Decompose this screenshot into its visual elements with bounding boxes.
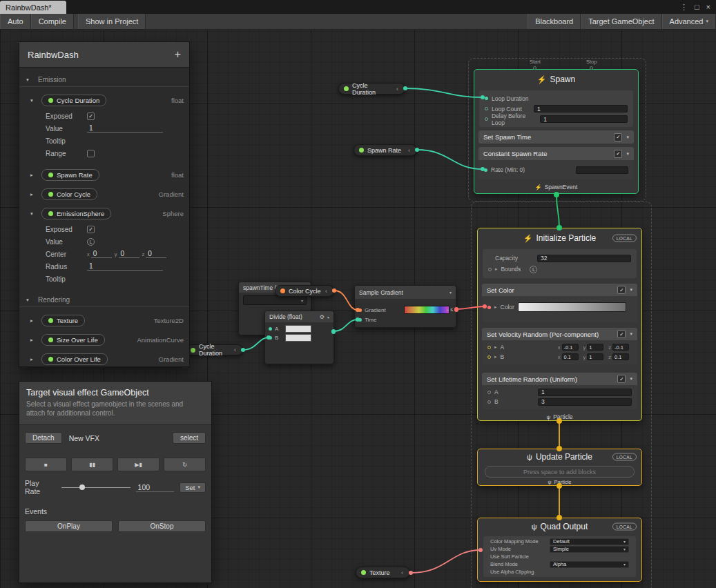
spawn-node[interactable]: Start Stop ⚡ Spawn Loop Duration Loop Co…	[474, 69, 639, 194]
collapse-icon[interactable]: ‹	[396, 86, 398, 92]
param-spawn-rate[interactable]: Spawn Rate ‹	[354, 144, 417, 156]
play-rate-slider[interactable]	[61, 484, 130, 491]
block-enabled-checkbox[interactable]: ✓	[614, 150, 622, 158]
exposed-row[interactable]: Exposed ✓	[19, 110, 189, 122]
chevron-down-icon[interactable]: ▾	[30, 210, 37, 217]
step-button[interactable]: ▶▮	[117, 458, 159, 471]
divide-b-field[interactable]	[285, 334, 311, 342]
chevron-down-icon[interactable]: ▾	[26, 297, 33, 303]
chevron-right-icon[interactable]: ▸	[30, 337, 37, 343]
loop-duration-port-dot[interactable]	[485, 97, 488, 100]
vfx-name-field[interactable]: New VFX	[69, 434, 99, 442]
blackboard-panel[interactable]: RainbwDash + ▾ Emission ▾ Cycle Duration…	[19, 41, 190, 367]
lifetime-a-field[interactable]: 1	[538, 389, 632, 396]
gradient-input-row[interactable]: Gradient	[355, 304, 456, 315]
spawn-time-dropdown[interactable]: ▾	[243, 295, 307, 305]
block-enabled-checkbox[interactable]: ✓	[617, 286, 626, 294]
bounds-row[interactable]: ▸ Bounds L	[483, 264, 637, 275]
vel-b-y-field[interactable]: 1	[587, 353, 603, 360]
lifetime-b-field[interactable]: 3	[538, 398, 632, 406]
loop-duration-row[interactable]: Loop Duration	[479, 93, 633, 104]
capacity-row[interactable]: Capacity 32	[483, 253, 637, 264]
advanced-menu-button[interactable]: Advanced ▾	[662, 14, 716, 29]
set-lifetime-block[interactable]: Set Lifetime Random (Uniform) ✓ ▾ A 1 B …	[482, 373, 637, 409]
rate-row[interactable]: Rate (Min: 0)	[478, 160, 634, 179]
chevron-down-icon[interactable]: ▾	[630, 376, 632, 382]
sample-gradient-output[interactable]: ▸ s	[447, 306, 458, 313]
param-pill[interactable]: Cycle Duration	[41, 95, 106, 106]
gradient-port-dot[interactable]	[358, 308, 362, 312]
slider-thumb[interactable]	[79, 484, 85, 490]
particle-output[interactable]: ψ Particle	[478, 479, 641, 485]
blend-mode-dropdown[interactable]: Alpha▾	[550, 561, 629, 568]
loop-count-port-dot[interactable]	[485, 107, 488, 110]
block-enabled-checkbox[interactable]: ✓	[617, 330, 626, 338]
initialize-particle-node[interactable]: ⚡ Initialize Particle LOCAL Capacity 32 …	[477, 228, 642, 421]
restart-button[interactable]: ↻	[164, 458, 206, 471]
param-row-spawn-rate[interactable]: ▸ Spawn Rate float	[19, 168, 189, 181]
pause-button[interactable]: ▮▮	[71, 458, 113, 471]
set-rate-button[interactable]: Set ▾	[180, 482, 206, 493]
chevron-right-icon[interactable]: ▸	[30, 172, 37, 178]
collapse-icon[interactable]: ‹	[408, 147, 410, 154]
select-button[interactable]: select	[173, 432, 206, 444]
uv-mode-dropdown[interactable]: Simple▾	[550, 546, 629, 553]
block-enabled-checkbox[interactable]: ✓	[614, 133, 622, 141]
param-pill[interactable]: Spawn Rate	[41, 169, 99, 181]
color-port-dot[interactable]	[487, 306, 491, 309]
param-pill[interactable]: Color Over Life	[41, 353, 108, 365]
menu-icon[interactable]: ⋮	[680, 3, 688, 12]
divide-a-row[interactable]: A	[265, 324, 333, 333]
lifetime-a-port-dot[interactable]	[487, 391, 491, 394]
vel-b-x-field[interactable]: 0.1	[562, 353, 579, 360]
onstop-button[interactable]: OnStop	[118, 520, 206, 532]
quad-output-node[interactable]: ψ Quad Output LOCAL Color Mapping Mode D…	[477, 518, 642, 582]
divide-output-dot[interactable]	[331, 330, 336, 334]
spawn-start-port[interactable]: Start	[530, 59, 541, 70]
onplay-button[interactable]: OnPlay	[25, 520, 113, 532]
delay-before-loop-row[interactable]: Delay Before Loop 1	[479, 114, 633, 124]
center-row[interactable]: Center x0 y0 z0	[19, 248, 189, 260]
blackboard-toggle-button[interactable]: Blackboard	[528, 14, 581, 29]
gradient-preview[interactable]	[404, 306, 449, 314]
value-row[interactable]: Value L	[19, 235, 189, 248]
param-color-cycle[interactable]: Color Cycle ‹	[275, 285, 334, 297]
output-port-dot[interactable]	[454, 308, 458, 312]
param-cycle-duration-1[interactable]: Cycle Duration ‹	[338, 83, 405, 95]
radius-field[interactable]: 1	[87, 262, 163, 271]
param-row-texture[interactable]: ▸ Texture Texture2D	[19, 314, 189, 326]
show-in-project-button[interactable]: Show in Project	[78, 14, 146, 29]
chevron-down-icon[interactable]: ▾	[327, 315, 329, 320]
velocity-b-port-dot[interactable]	[487, 355, 491, 359]
velocity-a-row[interactable]: ▸ A x-0.1 y1 z-0.1	[482, 342, 637, 352]
divide-a-field[interactable]	[285, 325, 311, 333]
vel-b-z-field[interactable]: 0.1	[612, 353, 629, 360]
set-color-block[interactable]: Set Color ✓ ▾ ▸ Color	[482, 284, 637, 322]
lifetime-b-row[interactable]: B 3	[482, 397, 637, 406]
uv-mode-row[interactable]: Uv Mode Simple▾	[483, 545, 636, 553]
update-particle-node[interactable]: ψ Update Particle LOCAL Press space to a…	[477, 449, 642, 486]
lifetime-a-row[interactable]: A 1	[482, 387, 637, 397]
target-gameobject-panel[interactable]: Target visual effect GameObject Select a…	[19, 381, 212, 583]
collapse-icon[interactable]: ‹	[234, 346, 236, 353]
stop-button[interactable]: ■	[25, 458, 67, 471]
param-cycle-duration-2[interactable]: Cycle Duration ‹	[185, 344, 243, 355]
chevron-down-icon[interactable]: ▾	[630, 331, 632, 337]
rate-port-dot[interactable]	[484, 168, 487, 172]
b-port-dot[interactable]	[269, 336, 272, 340]
vel-a-z-field[interactable]: -0.1	[612, 344, 629, 351]
velocity-b-row[interactable]: ▸ B x0.1 y1 z0.1	[482, 352, 637, 362]
chevron-down-icon[interactable]: ▾	[626, 135, 629, 140]
caret-right-icon[interactable]: ▸	[495, 266, 498, 272]
range-row[interactable]: Range	[19, 147, 189, 159]
lock-l-icon[interactable]: L	[530, 266, 537, 273]
compile-button[interactable]: Compile	[31, 14, 74, 29]
category-rendering[interactable]: ▾ Rendering	[19, 293, 189, 307]
caret-right-icon[interactable]: ▸	[494, 344, 497, 350]
chevron-down-icon[interactable]: ▾	[449, 290, 452, 295]
chevron-down-icon[interactable]: ▾	[30, 97, 37, 104]
set-spawn-time-block[interactable]: Set Spawn Time ✓ ▾	[478, 130, 634, 144]
block-enabled-checkbox[interactable]: ✓	[617, 375, 626, 383]
color-gradient-field[interactable]	[518, 302, 626, 312]
set-velocity-block[interactable]: Set Velocity Random (Per-component) ✓ ▾ …	[482, 328, 637, 364]
